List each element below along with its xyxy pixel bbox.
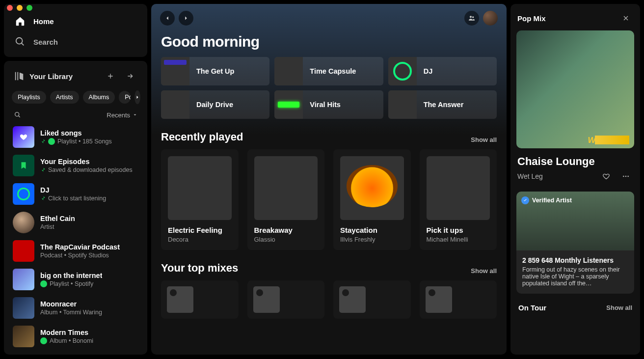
media-card-cover — [427, 156, 490, 220]
close-panel-button[interactable] — [618, 11, 633, 26]
library-item-thumb — [13, 240, 34, 262]
on-tour-show-all[interactable]: Show all — [606, 304, 632, 311]
quick-pick-title: DJ — [424, 67, 433, 75]
mix-card[interactable] — [420, 280, 497, 319]
library-item-thumb — [13, 326, 34, 347]
library-item-subtitle: Playlist • Spotify — [40, 280, 102, 287]
greeting-heading: Good morning — [161, 33, 497, 50]
quick-pick-title: Viral Hits — [310, 101, 341, 109]
library-item-thumb — [13, 212, 34, 233]
mix-card[interactable] — [247, 280, 325, 319]
chip-podcasts[interactable]: Podcasts — [119, 91, 131, 104]
like-track-button[interactable] — [599, 169, 614, 184]
library-item-title: Liked songs — [40, 129, 112, 137]
quick-pick-art — [388, 57, 417, 85]
quick-pick-art — [388, 90, 417, 119]
recently-played-show-all[interactable]: Show all — [471, 136, 497, 143]
nav-panel: Home Search — [4, 4, 147, 57]
quick-pick[interactable]: DJ — [388, 57, 497, 85]
library-item[interactable]: Ethel CainArtist — [10, 208, 141, 237]
nav-forward-button[interactable] — [179, 11, 193, 26]
quick-pick[interactable]: Time Capsule — [274, 57, 383, 85]
profile-avatar[interactable] — [483, 11, 498, 26]
nav-search-label: Search — [33, 38, 58, 46]
quick-pick-art — [161, 90, 189, 119]
library-item-title: The RapCaviar Podcast — [40, 243, 120, 251]
library-item[interactable]: Liked songsPlaylist • 185 Songs — [10, 123, 141, 151]
library-item[interactable]: The RapCaviar PodcastPodcast • Spotify S… — [10, 237, 141, 265]
mix-card[interactable] — [333, 280, 411, 319]
nav-home[interactable]: Home — [13, 11, 138, 31]
verified-check-icon — [521, 196, 529, 204]
svg-point-1 — [15, 112, 19, 116]
top-mixes-show-all[interactable]: Show all — [471, 267, 497, 275]
now-playing-artist[interactable]: Wet Leg — [517, 172, 594, 180]
library-item-subtitle: Artist — [40, 223, 75, 230]
library-sort-label: Recents — [107, 111, 130, 119]
library-item[interactable]: DJClick to start listening — [10, 180, 141, 208]
svg-point-6 — [627, 176, 629, 177]
quick-pick[interactable]: Daily Drive — [161, 90, 269, 119]
mix-card[interactable] — [161, 280, 239, 319]
library-item[interactable]: big on the internetPlaylist • Spotify — [10, 265, 141, 294]
chevron-down-icon — [133, 112, 137, 117]
now-playing-title[interactable]: Chaise Lounge — [510, 148, 640, 169]
media-card-title: Electric Feeling — [168, 226, 232, 234]
quick-picks-grid: The Get UpTime CapsuleDJDaily DriveViral… — [161, 57, 497, 119]
media-card[interactable]: Electric FeelingDecora — [161, 149, 239, 250]
svg-point-5 — [625, 176, 627, 177]
recently-played-heading[interactable]: Recently played — [161, 131, 471, 143]
quick-pick-title: The Get Up — [196, 67, 234, 75]
library-item[interactable]: MoonracerAlbum • Tommi Waring — [10, 294, 141, 322]
maximize-window-button[interactable] — [27, 5, 32, 11]
library-item-subtitle: Click to start listening — [40, 195, 106, 202]
pin-icon — [40, 138, 46, 145]
chip-albums[interactable]: Albums — [83, 91, 115, 104]
library-search-button[interactable] — [14, 111, 22, 119]
artist-card[interactable]: Verified Artist 2 859 648 Monthly Listen… — [516, 192, 634, 294]
quick-pick[interactable]: The Answer — [388, 90, 497, 119]
now-playing-context[interactable]: Pop Mix — [517, 14, 618, 23]
close-window-button[interactable] — [7, 5, 13, 11]
library-item[interactable]: Your EpisodesSaved & downloaded episodes — [10, 151, 141, 180]
library-title[interactable]: Your Library — [29, 72, 98, 81]
nav-search[interactable]: Search — [13, 31, 138, 52]
library-panel: Your Library Playlists Artists Albums Po… — [4, 61, 147, 355]
quick-pick[interactable]: The Get Up — [161, 57, 269, 85]
top-mixes-heading[interactable]: Your top mixes — [161, 262, 471, 275]
now-playing-cover[interactable]: WET LEG — [516, 30, 634, 148]
album-wordmark: WET LEG — [588, 136, 629, 145]
chip-playlists[interactable]: Playlists — [12, 91, 46, 104]
library-item-thumb — [13, 269, 34, 290]
chip-scroll-right[interactable] — [134, 90, 140, 104]
svg-point-3 — [472, 16, 474, 18]
library-sort-button[interactable]: Recents — [107, 111, 137, 119]
library-item-title: DJ — [40, 186, 106, 194]
library-icon[interactable] — [14, 71, 25, 82]
home-icon — [15, 16, 26, 27]
on-tour-heading[interactable]: On Tour — [518, 304, 606, 312]
media-card[interactable]: Pick it upsMichael Minelli — [420, 149, 497, 250]
media-card-subtitle: Glassio — [254, 236, 318, 243]
nav-back-button[interactable] — [160, 11, 175, 26]
more-options-button[interactable] — [618, 169, 633, 184]
library-list: Liked songsPlaylist • 185 SongsYour Epis… — [10, 123, 141, 351]
friend-activity-button[interactable] — [464, 11, 479, 26]
media-card-subtitle: Michael Minelli — [427, 236, 490, 243]
create-playlist-button[interactable] — [103, 69, 118, 83]
quick-pick[interactable]: Viral Hits — [274, 90, 383, 119]
quick-pick-art — [161, 57, 189, 85]
library-item[interactable]: Modern TimesAlbum • Bonomi — [10, 322, 141, 351]
library-item-subtitle: Podcast • Spotify Studios — [40, 252, 120, 259]
pin-icon — [40, 195, 46, 202]
minimize-window-button[interactable] — [17, 5, 23, 11]
media-card[interactable]: StaycationIllvis Freshly — [333, 149, 411, 250]
quick-pick-art — [274, 57, 303, 85]
media-card-title: Staycation — [340, 226, 404, 234]
quick-pick-art — [274, 90, 303, 119]
artist-bio: Forming out of hazy scenes on their nati… — [522, 266, 628, 287]
chip-artists[interactable]: Artists — [50, 91, 79, 104]
expand-library-button[interactable] — [123, 69, 137, 83]
media-card[interactable]: BreakawayGlassio — [247, 149, 325, 250]
media-card-subtitle: Illvis Freshly — [340, 236, 404, 243]
